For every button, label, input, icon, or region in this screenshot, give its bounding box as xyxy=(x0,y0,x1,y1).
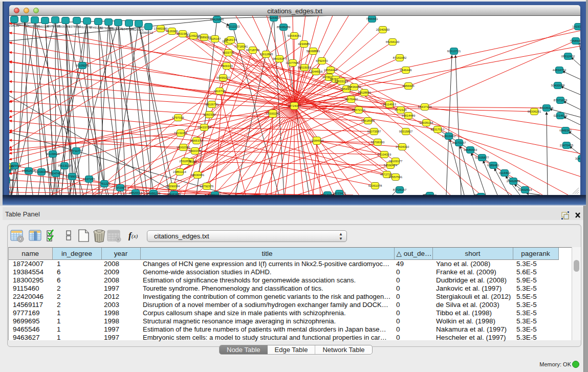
svg-text:90109281: 90109281 xyxy=(76,64,90,67)
svg-text:99315827: 99315827 xyxy=(399,130,413,133)
svg-text:4333776: 4333776 xyxy=(222,51,234,54)
svg-text:61073587: 61073587 xyxy=(367,130,381,133)
svg-text:04718746: 04718746 xyxy=(246,49,260,52)
svg-text:50047439: 50047439 xyxy=(49,172,63,175)
svg-text:18033401: 18033401 xyxy=(333,192,346,195)
svg-text:7409319: 7409319 xyxy=(221,64,233,68)
svg-text:4365370: 4365370 xyxy=(190,139,203,142)
svg-text:83726167: 83726167 xyxy=(393,188,407,191)
svg-text:02014620: 02014620 xyxy=(554,114,568,117)
svg-text:65572101: 65572101 xyxy=(352,108,366,112)
svg-text:93814449: 93814449 xyxy=(402,114,416,117)
svg-text:51505877: 51505877 xyxy=(475,156,489,159)
svg-text:56068831: 56068831 xyxy=(307,50,320,53)
svg-text:53799075: 53799075 xyxy=(66,175,79,178)
svg-text:09103177: 09103177 xyxy=(389,160,403,163)
svg-text:6589481: 6589481 xyxy=(487,164,499,167)
svg-text:65294130: 65294130 xyxy=(386,40,400,43)
svg-text:60313721: 60313721 xyxy=(447,50,461,53)
svg-text:42366712: 42366712 xyxy=(140,31,154,34)
svg-text:95711777: 95711777 xyxy=(70,149,83,152)
svg-text:27654444: 27654444 xyxy=(324,69,338,72)
svg-text:2532870: 2532870 xyxy=(179,160,191,163)
svg-text:18002390: 18002390 xyxy=(177,146,190,149)
svg-text:90139624: 90139624 xyxy=(46,152,60,156)
svg-text:93557591: 93557591 xyxy=(389,176,403,179)
svg-text:62361078: 62361078 xyxy=(368,184,382,187)
svg-text:54499207: 54499207 xyxy=(216,76,230,79)
svg-text:13613412: 13613412 xyxy=(442,135,456,138)
svg-text:14852538: 14852538 xyxy=(22,169,36,172)
svg-text:37504310: 37504310 xyxy=(396,145,409,148)
svg-text:51402614: 51402614 xyxy=(518,188,532,191)
svg-text:9260309: 9260309 xyxy=(203,113,215,116)
svg-text:26462889: 26462889 xyxy=(507,180,520,183)
svg-text:18300295: 18300295 xyxy=(266,112,280,115)
svg-text:49528831: 49528831 xyxy=(358,91,372,94)
svg-text:77718341: 77718341 xyxy=(234,45,248,48)
svg-text:36676402: 36676402 xyxy=(344,98,358,101)
svg-text:44834782: 44834782 xyxy=(553,69,567,72)
svg-text:6797016: 6797016 xyxy=(172,116,184,119)
svg-text:07104319: 07104319 xyxy=(378,153,391,156)
svg-text:30435205: 30435205 xyxy=(575,157,580,160)
svg-text:64390084: 64390084 xyxy=(166,185,180,188)
svg-text:24935164: 24935164 xyxy=(420,121,433,124)
svg-text:0025167: 0025167 xyxy=(209,37,221,40)
svg-text:73132281: 73132281 xyxy=(174,132,188,135)
svg-text:7290222: 7290222 xyxy=(209,193,221,195)
svg-text:98415377: 98415377 xyxy=(273,57,287,60)
svg-text:50400088: 50400088 xyxy=(551,84,565,87)
svg-text:(x): (x) xyxy=(132,233,138,239)
svg-text:85995289: 85995289 xyxy=(277,26,291,29)
svg-text:55706360: 55706360 xyxy=(371,141,385,144)
svg-text:13044516: 13044516 xyxy=(309,70,323,73)
svg-text:98682828: 98682828 xyxy=(167,193,181,195)
svg-text:63212233: 63212233 xyxy=(226,25,240,28)
svg-text:01995305: 01995305 xyxy=(9,165,14,168)
svg-text:18724007: 18724007 xyxy=(288,104,301,107)
svg-text:2972997: 2972997 xyxy=(114,186,126,189)
svg-text:7924402: 7924402 xyxy=(268,16,280,19)
svg-text:4956605: 4956605 xyxy=(402,84,415,87)
svg-text:22470455: 22470455 xyxy=(560,144,574,147)
svg-text:20340930: 20340930 xyxy=(376,28,390,31)
svg-text:7866661: 7866661 xyxy=(366,17,378,20)
svg-text:1637265: 1637265 xyxy=(83,178,95,181)
svg-text:88317010: 88317010 xyxy=(431,128,445,131)
svg-text:1419314: 1419314 xyxy=(572,25,580,28)
svg-text:60026751: 60026751 xyxy=(205,103,219,106)
svg-text:24861114: 24861114 xyxy=(173,170,186,173)
svg-text:08312402: 08312402 xyxy=(561,55,575,58)
svg-text:75513137: 75513137 xyxy=(58,164,72,167)
svg-text:6400376: 6400376 xyxy=(189,149,201,152)
svg-text:6849340: 6849340 xyxy=(559,129,572,132)
svg-text:56515055: 56515055 xyxy=(298,66,312,69)
svg-text:2646446: 2646446 xyxy=(400,69,412,72)
svg-text:68426846: 68426846 xyxy=(210,18,224,21)
svg-text:87161682: 87161682 xyxy=(393,56,407,59)
svg-text:95486205: 95486205 xyxy=(147,192,161,195)
svg-text:62833125: 62833125 xyxy=(335,80,349,83)
svg-text:91564041: 91564041 xyxy=(288,34,301,37)
svg-text:73433734: 73433734 xyxy=(198,126,211,129)
svg-text:4234685: 4234685 xyxy=(298,42,310,46)
svg-text:54437323: 54437323 xyxy=(418,105,432,108)
svg-text:32686563: 32686563 xyxy=(464,148,477,151)
svg-text:39336338: 39336338 xyxy=(35,170,49,173)
svg-text:84335326: 84335326 xyxy=(540,106,554,110)
svg-text:6772326: 6772326 xyxy=(395,108,407,112)
svg-text:28820018: 28820018 xyxy=(129,191,143,194)
svg-text:3114402: 3114402 xyxy=(499,171,511,174)
svg-text:24273167: 24273167 xyxy=(452,141,466,144)
svg-text:19792376: 19792376 xyxy=(200,185,214,188)
svg-text:26114913: 26114913 xyxy=(383,103,397,106)
svg-text:66306261: 66306261 xyxy=(528,110,541,113)
svg-text:31912845: 31912845 xyxy=(259,53,273,56)
svg-text:7058649: 7058649 xyxy=(570,39,580,42)
svg-text:6792470: 6792470 xyxy=(316,59,328,62)
svg-text:19384554: 19384554 xyxy=(310,139,324,142)
svg-text:15618365: 15618365 xyxy=(361,119,375,122)
svg-text:80175989: 80175989 xyxy=(423,194,437,195)
svg-text:63304348: 63304348 xyxy=(9,179,13,182)
